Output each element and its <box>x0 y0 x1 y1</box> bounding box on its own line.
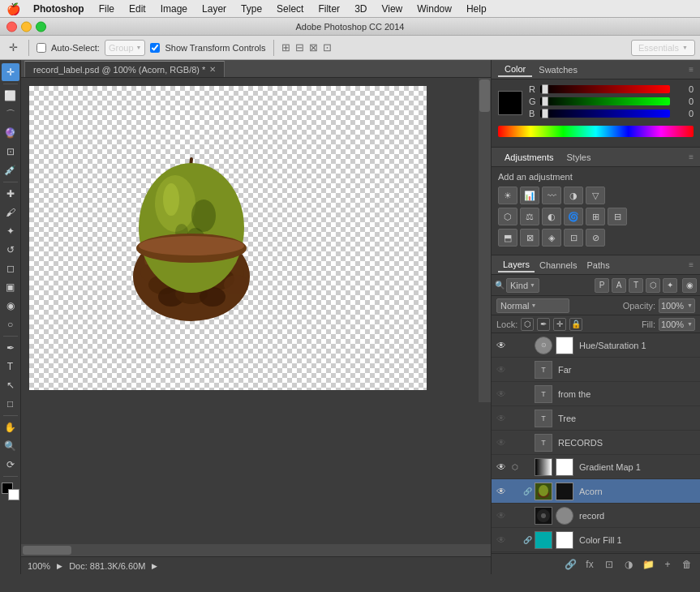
layer-row[interactable]: 👁 T Far <box>492 358 700 382</box>
blue-slider[interactable] <box>540 109 670 118</box>
lock-all-btn[interactable]: 🔒 <box>569 318 582 331</box>
invert-btn[interactable]: ⬒ <box>498 229 517 247</box>
layer-visibility-toggle[interactable]: 👁 <box>495 436 508 449</box>
zoom-tool[interactable]: 🔍 <box>2 437 19 455</box>
red-slider[interactable] <box>540 85 670 93</box>
kind-dropdown[interactable]: Kind ▼ <box>506 278 539 293</box>
green-thumb[interactable] <box>542 97 548 106</box>
canvas-wrapper[interactable] <box>21 78 491 544</box>
layer-visibility-toggle[interactable]: 👁 <box>495 388 508 401</box>
blue-thumb[interactable] <box>542 109 548 118</box>
move-tool[interactable]: ✛ <box>2 63 19 81</box>
layer-visibility-toggle[interactable]: 👁 <box>495 461 508 474</box>
group-dropdown[interactable]: Group ▼ <box>105 40 146 56</box>
layer-row[interactable]: 👁 T RECORDS <box>492 431 700 455</box>
new-layer-btn[interactable]: + <box>659 556 676 573</box>
canvas-hscrollbar[interactable] <box>21 544 491 556</box>
tab-styles[interactable]: Styles <box>560 151 598 164</box>
add-mask-btn[interactable]: ⊡ <box>601 556 617 573</box>
document-tab[interactable]: record_label.psd @ 100% (Acorn, RGB/8) *… <box>24 61 225 77</box>
menu-view[interactable]: View <box>375 2 409 16</box>
pen-tool[interactable]: ✒ <box>2 339 19 357</box>
color-spectrum[interactable] <box>498 126 694 137</box>
menu-window[interactable]: Window <box>410 2 458 16</box>
menu-file[interactable]: File <box>92 2 121 16</box>
new-group-btn[interactable]: 📁 <box>640 556 656 573</box>
fill-dropdown[interactable]: 100% ▼ <box>659 318 695 331</box>
adj-panel-collapse[interactable]: ≡ <box>689 152 694 161</box>
menu-layer[interactable]: Layer <box>195 2 233 16</box>
zoom-dropdown-icon[interactable]: ▶ <box>57 562 62 570</box>
minimize-button[interactable] <box>21 21 32 32</box>
type-filter-btn[interactable]: T <box>629 278 643 293</box>
apple-icon[interactable]: 🍎 <box>6 2 20 15</box>
tab-adjustments[interactable]: Adjustments <box>498 151 560 164</box>
layer-visibility-toggle[interactable]: 👁 <box>495 412 508 425</box>
crop-tool[interactable]: ⊡ <box>2 143 19 161</box>
brightness-contrast-btn[interactable]: ☀ <box>498 187 517 204</box>
delete-layer-btn[interactable]: 🗑 <box>679 556 695 573</box>
pixel-filter-btn[interactable]: P <box>595 278 609 293</box>
layers-panel-collapse[interactable]: ≡ <box>689 260 694 269</box>
canvas-vscrollbar[interactable] <box>479 78 491 402</box>
color-balance-btn[interactable]: ⚖ <box>520 208 539 225</box>
layer-visibility-toggle[interactable]: 👁 <box>495 509 508 522</box>
gradient-tool[interactable]: ▣ <box>2 278 19 296</box>
eyedropper-tool[interactable]: 💉 <box>2 161 19 179</box>
threshold-btn[interactable]: ◈ <box>542 229 561 247</box>
gradient-map-btn[interactable]: ⊡ <box>564 229 583 247</box>
quick-select-tool[interactable]: 🔮 <box>2 124 19 142</box>
layer-visibility-toggle[interactable]: 👁 <box>495 363 508 376</box>
type-tool[interactable]: T <box>2 358 19 375</box>
blur-tool[interactable]: ◉ <box>2 297 19 315</box>
blend-mode-dropdown[interactable]: Normal ▼ <box>496 298 569 313</box>
lock-position-btn[interactable]: ✛ <box>553 318 566 331</box>
new-adjustment-btn[interactable]: ◑ <box>621 556 637 573</box>
hscroll-handle[interactable] <box>23 546 71 555</box>
layer-row[interactable]: 👁 🔗 Color Fill 1 <box>492 528 700 552</box>
vibrance-btn[interactable]: ▽ <box>586 187 605 204</box>
link-layers-btn[interactable]: 🔗 <box>562 556 578 573</box>
show-transform-checkbox[interactable] <box>150 43 160 53</box>
lasso-tool[interactable]: ⌒ <box>2 105 19 123</box>
clone-stamp-tool[interactable]: ✦ <box>2 222 19 240</box>
rotate-view-tool[interactable]: ⟳ <box>2 456 19 474</box>
shape-filter-btn[interactable]: ⬡ <box>646 278 660 293</box>
opacity-dropdown[interactable]: 100% ▼ <box>659 298 695 313</box>
filter-toggle-btn[interactable]: ◉ <box>682 278 697 293</box>
close-button[interactable] <box>6 21 17 32</box>
layer-visibility-toggle[interactable]: 👁 <box>495 485 508 498</box>
tab-channels[interactable]: Channels <box>535 259 582 272</box>
auto-select-checkbox[interactable] <box>37 43 46 53</box>
menu-3d[interactable]: 3D <box>348 2 373 16</box>
lock-pixels-btn[interactable]: ✒ <box>537 318 550 331</box>
document-canvas[interactable] <box>29 86 427 390</box>
tab-color[interactable]: Color <box>498 62 532 77</box>
current-color-swatch[interactable] <box>498 91 522 115</box>
red-thumb[interactable] <box>542 84 548 94</box>
levels-btn[interactable]: 📊 <box>520 187 539 204</box>
maximize-button[interactable] <box>36 21 46 32</box>
exposure-btn[interactable]: ◑ <box>564 187 583 204</box>
tab-close-button[interactable]: ✕ <box>209 65 216 74</box>
layer-effects-btn[interactable]: fx <box>582 556 598 573</box>
smart-filter-btn[interactable]: ✦ <box>663 278 677 293</box>
hue-saturation-btn[interactable]: ⬡ <box>498 208 517 225</box>
dodge-tool[interactable]: ○ <box>2 315 19 333</box>
tab-paths[interactable]: Paths <box>582 259 615 272</box>
menu-type[interactable]: Type <box>234 2 268 16</box>
eraser-tool[interactable]: ◻ <box>2 260 19 277</box>
tab-layers[interactable]: Layers <box>498 258 535 272</box>
adjustment-filter-btn[interactable]: A <box>612 278 626 293</box>
layer-visibility-toggle[interactable]: 👁 <box>495 339 508 352</box>
menu-image[interactable]: Image <box>154 2 194 16</box>
curves-btn[interactable]: 〰 <box>542 187 561 204</box>
menu-edit[interactable]: Edit <box>122 2 152 16</box>
rectangular-marquee-tool[interactable]: ⬜ <box>2 87 19 105</box>
selective-color-btn[interactable]: ⊘ <box>586 229 605 247</box>
shape-tool[interactable]: □ <box>2 395 19 413</box>
tab-swatches[interactable]: Swatches <box>532 63 584 76</box>
hand-tool[interactable]: ✋ <box>2 418 19 436</box>
history-brush-tool[interactable]: ↺ <box>2 241 19 259</box>
menu-help[interactable]: Help <box>460 2 493 16</box>
